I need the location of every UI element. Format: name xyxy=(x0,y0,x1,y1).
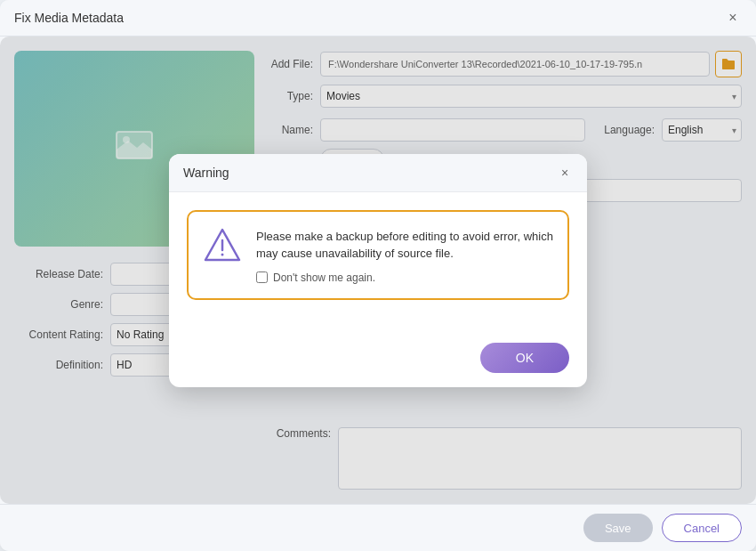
dont-show-row: Don't show me again. xyxy=(256,271,553,284)
dont-show-checkbox[interactable] xyxy=(256,271,268,283)
warning-message: Please make a backup before editing to a… xyxy=(256,226,553,263)
warning-icon xyxy=(203,226,242,269)
dialog-overlay: Warning × xyxy=(0,36,756,504)
window-title: Fix Media Metadata xyxy=(14,11,124,25)
bottom-bar: Save Cancel xyxy=(0,504,756,551)
dialog-footer: OK xyxy=(169,332,587,387)
dialog-content-box: Please make a backup before editing to a… xyxy=(187,210,569,300)
window-close-button[interactable]: × xyxy=(724,9,742,27)
dialog-message-area: Please make a backup before editing to a… xyxy=(256,226,553,284)
svg-point-3 xyxy=(221,253,224,255)
save-button[interactable]: Save xyxy=(583,514,653,542)
dialog-titlebar: Warning × xyxy=(169,154,587,192)
dialog-title: Warning xyxy=(183,166,229,180)
main-window: Fix Media Metadata × xyxy=(0,0,756,551)
titlebar: Fix Media Metadata × xyxy=(0,0,756,36)
ok-button[interactable]: OK xyxy=(480,343,569,373)
dialog-body: Please make a backup before editing to a… xyxy=(169,192,587,332)
warning-dialog: Warning × xyxy=(169,154,587,387)
main-content: Release Date: Genre: Content Rating: xyxy=(0,36,756,504)
cancel-button[interactable]: Cancel xyxy=(662,514,742,542)
dont-show-label: Don't show me again. xyxy=(273,271,375,284)
dialog-close-button[interactable]: × xyxy=(557,165,573,181)
